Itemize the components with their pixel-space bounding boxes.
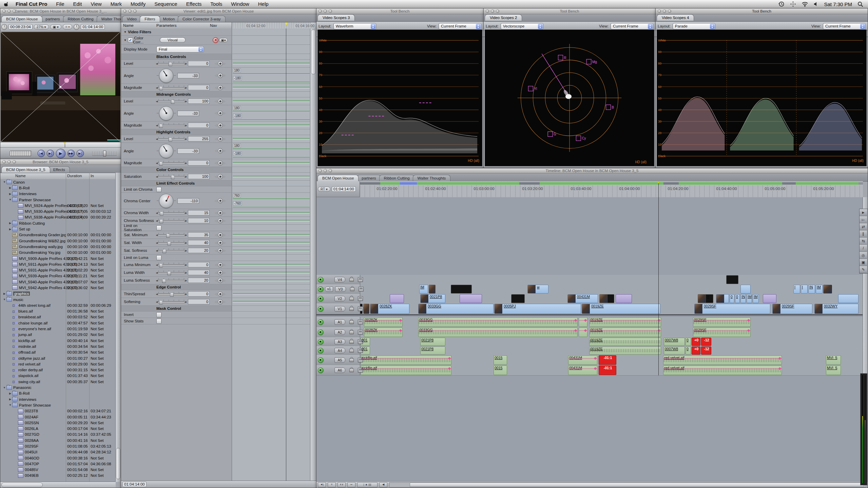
keyframe-graph[interactable] xyxy=(232,135,310,143)
filter-enable-checkbox[interactable]: ✓ xyxy=(128,38,133,43)
auto-select-icon[interactable] xyxy=(358,306,363,311)
timeline-clip[interactable]: IM xyxy=(419,285,428,294)
timeline-clip[interactable]: 0029SF xyxy=(694,304,770,314)
timeline-clip[interactable]: red velvet.aif xyxy=(663,365,782,375)
audio-mute-solo-toggle[interactable]: ◄) xyxy=(318,482,326,487)
column-divider[interactable] xyxy=(89,173,90,482)
browser-row[interactable]: ▼ Canon xyxy=(0,179,116,185)
menu-sequence[interactable]: Sequence xyxy=(150,1,182,7)
parameter-checkbox[interactable]: ✓ xyxy=(156,225,161,230)
view-popup[interactable]: Current Frame▲▼ xyxy=(823,23,866,30)
timeline-clip[interactable]: 0029SF xyxy=(693,317,751,327)
keyframe-graph[interactable] xyxy=(232,186,310,192)
prev-keyframe-button[interactable]: ◁ xyxy=(215,233,217,237)
lock-track-icon[interactable] xyxy=(349,340,354,344)
browser-row[interactable]: blues.aif 00:01:36:58 Not Set xyxy=(0,308,116,314)
timeline-clip[interactable]: 0028ZK xyxy=(370,304,409,314)
view-popup[interactable]: Current Frame▲▼ xyxy=(611,23,653,30)
timeline-clip[interactable]: 0032WY xyxy=(814,304,859,314)
canvas-titlebar[interactable]: Canvas: BCM Open House in BCM Open House… xyxy=(0,8,121,14)
prev-keyframe-button[interactable]: ◁ xyxy=(215,263,217,266)
prev-keyframe-button[interactable]: ◁ xyxy=(215,137,217,140)
parameter-slider[interactable]: ◀ ▶ xyxy=(156,61,186,65)
next-keyframe-button[interactable]: ▷ xyxy=(224,137,226,140)
spaces-icon[interactable] xyxy=(790,1,796,7)
add-keyframe-button[interactable] xyxy=(218,270,223,275)
canvas-duration-timecode[interactable]: 00:08:23:04 xyxy=(8,24,33,30)
timeline-playhead[interactable] xyxy=(658,181,659,375)
keyframe-graph[interactable] xyxy=(232,121,310,129)
browser-row[interactable]: swing city.aif 00:00:35:37 Not Set xyxy=(0,379,116,384)
add-keyframe-button[interactable] xyxy=(218,99,223,104)
timeline-clip[interactable] xyxy=(599,294,614,303)
canvas-view-popup[interactable]: ▣ ▾ xyxy=(50,24,61,30)
parameter-slider[interactable]: ◀ ▶ xyxy=(156,123,186,127)
browser-row[interactable]: MVI_5924-Apple ProRes 422 (LT) 00:00:18:… xyxy=(0,203,116,208)
timeline-clip[interactable]: 0007W8 xyxy=(664,346,685,355)
rt-popup[interactable]: RT ▾ xyxy=(318,187,330,192)
parameter-value[interactable]: 255 xyxy=(188,136,210,142)
volume-icon[interactable] xyxy=(814,2,818,6)
timeline-tab-partners[interactable]: partners xyxy=(357,175,381,181)
timeline-clip[interactable] xyxy=(451,285,472,294)
browser-row[interactable]: ▼ Partner Showcase xyxy=(0,402,116,408)
browser-row[interactable]: ▶ graphics xyxy=(0,291,116,297)
parameter-checkbox[interactable]: ✓ xyxy=(156,319,161,324)
timeline-clip[interactable]: 0019ZE xyxy=(589,327,661,337)
timeline-clip[interactable]: red velvet.aif xyxy=(663,355,782,365)
lock-track-icon[interactable] xyxy=(349,331,354,334)
shuttle-control[interactable] xyxy=(92,151,117,156)
display-mode-popup[interactable]: Final▲▼ xyxy=(156,46,204,53)
canvas-overlay-popup[interactable]: ⌗ ▾ xyxy=(63,24,73,30)
track-destination-label[interactable]: V1 xyxy=(334,306,345,312)
pen-tool[interactable]: ✎ xyxy=(860,266,867,273)
disclosure-triangle-icon[interactable]: ▶ xyxy=(8,222,12,225)
timeline-clip[interactable]: 0019ZE xyxy=(582,304,660,314)
canvas-current-timecode[interactable]: 01:04:14:00 xyxy=(81,24,105,30)
disclosure-triangle-icon[interactable]: ▶ xyxy=(8,186,12,189)
timeline-clip[interactable]: IN xyxy=(808,285,815,294)
timeline-clip[interactable]: 0015 xyxy=(494,355,507,365)
selection-tool[interactable]: ► xyxy=(860,209,867,216)
browser-row[interactable]: MVI_5930-Apple ProRes 422 (LT) 00:00:17:… xyxy=(0,208,116,214)
menu-clock[interactable]: Sat 7:30 PM xyxy=(824,1,852,7)
clip-keyframes-toggle[interactable]: ∧∨ xyxy=(337,482,346,487)
browser-row[interactable]: MVI_5911-Apple ProRes 422 (LT) 00:00:24:… xyxy=(0,261,116,267)
prev-keyframe-button[interactable]: ◁ xyxy=(215,74,217,77)
canvas-tab-bcm-open-house[interactable]: BCM Open House xyxy=(1,16,42,22)
canvas-zoom-popup[interactable]: 27% ▾ xyxy=(34,24,49,30)
auto-select-icon[interactable] xyxy=(358,296,363,301)
tab-video-scopes-4[interactable]: Video Scopes 4 xyxy=(657,14,694,21)
timeline-clip[interactable] xyxy=(716,294,729,303)
add-keyframe-button[interactable] xyxy=(218,111,223,116)
timeline-clip[interactable]: MVI_5 xyxy=(826,355,841,365)
browser-titlebar[interactable]: Browser: BCM Open House 3_5 xyxy=(0,159,121,165)
level-keyframe-line[interactable] xyxy=(361,369,451,369)
parameter-value[interactable]: -33 xyxy=(177,73,199,78)
parameter-slider[interactable]: ◀ ▶ xyxy=(156,161,186,165)
play-around-button[interactable]: ▶▶ xyxy=(67,150,75,157)
parameter-slider[interactable]: ◀ ▶ xyxy=(156,174,186,179)
track-tool[interactable]: ⇄ xyxy=(860,223,867,230)
timeline-clip[interactable]: 00431M xyxy=(568,365,597,375)
keyframe-graph[interactable] xyxy=(232,29,310,35)
next-keyframe-button[interactable]: ▷ xyxy=(224,271,226,274)
next-keyframe-button[interactable]: ▷ xyxy=(224,149,226,152)
parameter-value[interactable]: 0 xyxy=(188,262,210,267)
timeline-clip[interactable] xyxy=(616,294,632,303)
level-keyframe-line[interactable] xyxy=(568,358,597,359)
timeline-clip[interactable] xyxy=(429,285,436,294)
hue-dial[interactable] xyxy=(159,194,173,208)
prev-keyframe-button[interactable]: ◁ xyxy=(215,293,217,296)
next-keyframe-button[interactable]: ▷ xyxy=(224,86,226,89)
browser-row[interactable]: 0025SN 00:00:29:20 Not Set xyxy=(0,420,116,426)
browser-row[interactable]: 0028AA 00:00:41:16 Not Set xyxy=(0,437,116,443)
next-edit-button[interactable]: ▶| xyxy=(76,150,84,157)
prev-keyframe-button[interactable]: ◁ xyxy=(215,62,217,65)
timeline-clip[interactable] xyxy=(390,294,404,303)
current-timecode-icon[interactable] xyxy=(74,24,79,30)
prev-keyframe-button[interactable]: ◁ xyxy=(215,241,217,244)
add-keyframe-button[interactable] xyxy=(218,161,223,166)
next-keyframe-button[interactable]: ▷ xyxy=(224,199,226,202)
timeline-clip[interactable]: 0028ZK xyxy=(364,327,403,337)
